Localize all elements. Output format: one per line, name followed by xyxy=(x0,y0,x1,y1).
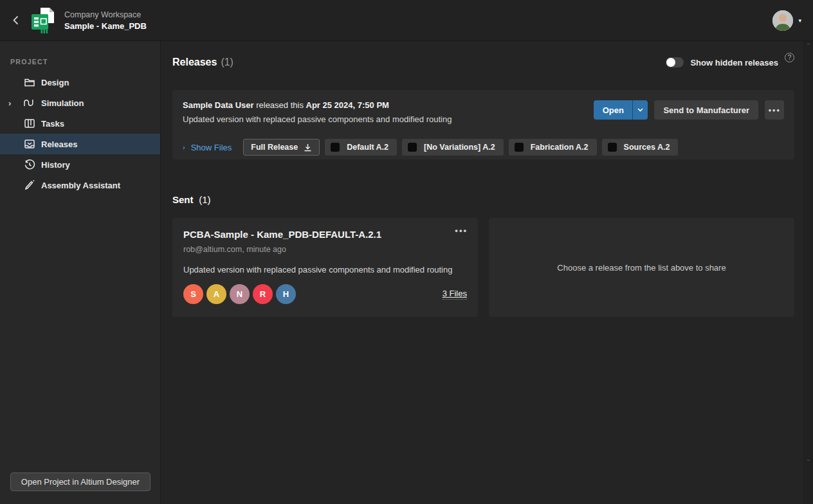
download-icon xyxy=(304,143,312,152)
kanban-icon xyxy=(23,118,35,130)
releases-page: Releases (1) Show hidden releases ? Samp… xyxy=(161,41,813,504)
release-date: Apr 25 2024, 7:50 PM xyxy=(306,100,389,110)
sidebar-item-label: History xyxy=(41,160,70,170)
sidebar-item-label: Tasks xyxy=(41,119,64,129)
page-title: Releases xyxy=(172,57,217,68)
full-release-download-button[interactable]: Full Release xyxy=(243,139,320,156)
release-info: Sample Data User released this Apr 25 20… xyxy=(183,100,452,124)
project-icon xyxy=(30,6,57,35)
open-dropdown-button[interactable] xyxy=(632,100,648,120)
avatar[interactable]: A xyxy=(206,284,226,304)
open-button[interactable]: Open xyxy=(594,100,632,120)
app-header: Company Workspace Sample - Kame_PDB ▾ xyxy=(0,0,813,41)
share-panel: Choose a release from the list above to … xyxy=(489,218,794,317)
chevron-down-icon xyxy=(637,108,643,112)
help-icon[interactable]: ? xyxy=(785,53,794,62)
share-panel-empty-text: Choose a release from the list above to … xyxy=(557,263,726,273)
files-count-link[interactable]: 3 Files xyxy=(443,289,467,300)
show-files-label: Show Files xyxy=(191,143,232,152)
sidebar-item-history[interactable]: History xyxy=(0,154,160,175)
release-author: Sample Data User xyxy=(183,100,254,110)
chevron-left-icon xyxy=(13,15,19,25)
avatar[interactable]: H xyxy=(276,284,296,304)
project-sidebar: PROJECT Design › Simulation Tasks Relea xyxy=(0,41,161,504)
scroll-up-icon[interactable]: ⌃ xyxy=(806,43,812,49)
sidebar-item-label: Releases xyxy=(41,140,77,149)
variant-chip-fabrication[interactable]: Fabrication A.2 xyxy=(509,139,597,156)
workspace-name: Company Workspace xyxy=(64,10,147,19)
send-to-manufacturer-button[interactable]: Send to Manufacturer xyxy=(654,100,758,120)
show-hidden-toggle[interactable] xyxy=(666,57,684,68)
show-files-link[interactable]: › Show Files xyxy=(183,143,232,152)
variant-color-swatch xyxy=(515,143,524,152)
release-verb: released this xyxy=(256,100,304,110)
release-description: Updated version with replaced passive co… xyxy=(183,114,452,124)
page-title-count: (1) xyxy=(221,57,233,68)
variant-chip-label: Default A.2 xyxy=(347,143,388,152)
release-meta: Sample Data User released this Apr 25 20… xyxy=(183,100,452,110)
recipient-avatars: S A N R H xyxy=(183,284,443,304)
history-icon xyxy=(23,159,35,171)
folder-icon xyxy=(23,76,35,89)
sent-card-meta: rob@altium.com, minute ago xyxy=(183,245,467,254)
variant-chip-no-variations[interactable]: [No Variations] A.2 xyxy=(402,139,504,156)
sidebar-item-label: Assembly Assistant xyxy=(41,181,120,190)
sidebar-item-design[interactable]: Design xyxy=(0,72,160,93)
inbox-icon xyxy=(23,138,35,150)
avatar[interactable]: S xyxy=(183,284,203,304)
sent-card-more-button[interactable]: ••• xyxy=(455,226,468,235)
user-menu-caret-icon[interactable]: ▾ xyxy=(798,17,801,24)
project-name: Sample - Kame_PDB xyxy=(64,21,147,31)
sidebar-item-label: Design xyxy=(41,78,69,87)
show-hidden-label: Show hidden releases xyxy=(690,58,778,68)
sent-card-description: Updated version with replaced passive co… xyxy=(183,265,467,274)
back-button[interactable] xyxy=(8,13,23,28)
scrollbar[interactable]: ⌃ ⌄ xyxy=(803,41,813,504)
variant-chip-label: Sources A.2 xyxy=(624,143,670,152)
avatar[interactable]: R xyxy=(253,284,273,304)
variant-chip-label: Fabrication A.2 xyxy=(531,143,589,152)
toggle-knob xyxy=(666,58,675,67)
scroll-down-icon[interactable]: ⌄ xyxy=(806,456,812,462)
header-titles: Company Workspace Sample - Kame_PDB xyxy=(64,10,147,31)
waveform-icon xyxy=(23,97,35,109)
user-avatar[interactable] xyxy=(772,10,793,31)
open-project-button[interactable]: Open Project in Altium Designer xyxy=(10,473,151,491)
avatar[interactable]: N xyxy=(230,284,250,304)
sent-release-card[interactable]: PCBA-Sample - Kame_PDB-DEFAULT-A.2.1 •••… xyxy=(172,218,478,317)
full-release-label: Full Release xyxy=(251,143,298,152)
variant-color-swatch xyxy=(608,143,617,152)
sidebar-item-tasks[interactable]: Tasks xyxy=(0,113,160,134)
soldering-iron-icon xyxy=(23,179,35,192)
sidebar-item-releases[interactable]: Releases xyxy=(0,134,160,154)
variant-chip-sources[interactable]: Sources A.2 xyxy=(602,139,679,156)
variant-chip-label: [No Variations] A.2 xyxy=(424,143,495,152)
sidebar-item-assembly-assistant[interactable]: Assembly Assistant xyxy=(0,175,160,195)
expand-chevron-icon[interactable]: › xyxy=(8,98,11,108)
variant-color-swatch xyxy=(331,143,340,152)
sidebar-section-label: PROJECT xyxy=(0,41,160,72)
user-menu[interactable]: ▾ xyxy=(772,10,801,31)
variant-chip-default[interactable]: Default A.2 xyxy=(325,139,397,156)
variant-color-swatch xyxy=(408,143,417,152)
sidebar-item-label: Simulation xyxy=(41,98,84,108)
release-card: Sample Data User released this Apr 25 20… xyxy=(172,90,794,159)
sidebar-item-simulation[interactable]: › Simulation xyxy=(0,93,160,113)
chevron-right-icon: › xyxy=(183,143,185,151)
sent-section-header: Sent (1) xyxy=(172,194,794,205)
sent-card-title: PCBA-Sample - Kame_PDB-DEFAULT-A.2.1 xyxy=(183,229,467,240)
release-more-button[interactable]: ●●● xyxy=(765,100,784,120)
sent-title: Sent xyxy=(172,194,194,205)
sent-count: (1) xyxy=(199,194,210,205)
